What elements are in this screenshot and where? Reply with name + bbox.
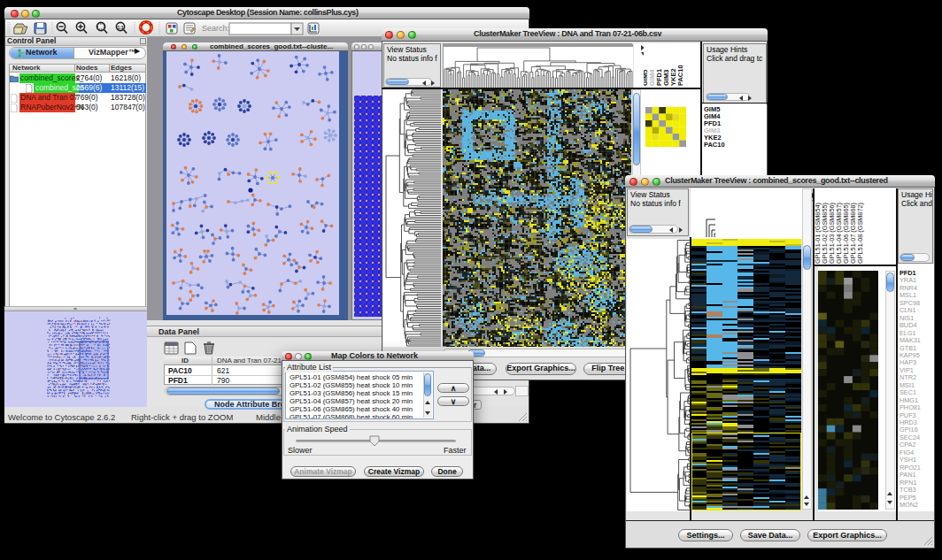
svg-text:1:1: 1:1 xyxy=(117,25,123,30)
svg-text:Search:: Search: xyxy=(202,24,229,33)
